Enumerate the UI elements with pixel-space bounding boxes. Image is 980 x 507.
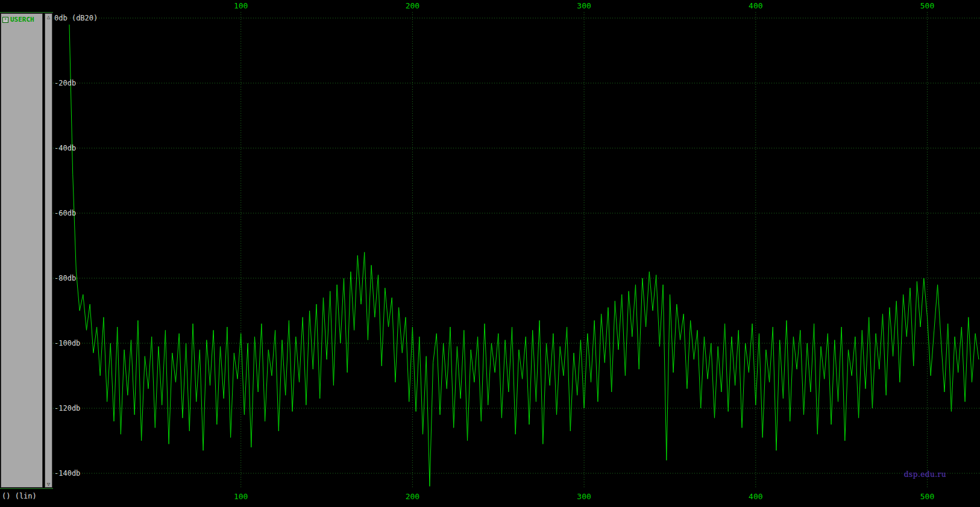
y-axis-label: -60db xyxy=(54,209,76,217)
bottom-frequency-ruler: () (lin) 100200300400500 xyxy=(0,489,980,507)
y-axis-label: -20db xyxy=(54,79,76,87)
spectrum-trace xyxy=(69,25,979,487)
spectrum-viewer-window: 100200300400500 + USERCH △ ▽ 0db (dB20)-… xyxy=(0,0,980,507)
y-axis-label: -80db xyxy=(54,274,76,282)
x-tick-label-400: 400 xyxy=(749,1,762,10)
spectrum-plot-svg xyxy=(53,12,980,489)
y-axis-unit-label: (dB20) xyxy=(68,14,98,22)
signal-list-item[interactable]: + USERCH xyxy=(1,14,42,25)
scroll-down-icon[interactable]: ▽ xyxy=(47,481,50,487)
x-tick-label-400: 400 xyxy=(749,492,762,501)
x-tick-label-200: 200 xyxy=(406,1,419,10)
signal-list-panel: + USERCH xyxy=(1,13,43,488)
x-tick-label-100: 100 xyxy=(234,492,248,501)
x-tick-label-500: 500 xyxy=(920,1,934,10)
x-tick-label-100: 100 xyxy=(234,1,248,10)
signal-name-label[interactable]: USERCH xyxy=(10,16,34,23)
x-tick-label-200: 200 xyxy=(406,492,419,501)
scroll-up-icon[interactable]: △ xyxy=(47,14,50,20)
spectrum-plot-canvas[interactable] xyxy=(53,12,980,489)
signal-checkbox-icon[interactable]: + xyxy=(2,17,8,23)
y-axis-label: -100db xyxy=(54,339,80,347)
x-tick-label-300: 300 xyxy=(577,492,591,501)
x-tick-label-500: 500 xyxy=(920,492,934,501)
y-axis-label: -120db xyxy=(54,404,80,412)
y-axis-label: -140db xyxy=(54,469,80,477)
watermark-text: dsp.edu.ru xyxy=(904,470,946,479)
top-frequency-ruler: 100200300400500 xyxy=(0,0,980,12)
x-axis-mode-label: () (lin) xyxy=(2,492,37,500)
y-axis-label: -40db xyxy=(54,144,76,152)
vertical-scrollbar[interactable]: △ ▽ xyxy=(45,13,52,488)
x-tick-label-300: 300 xyxy=(577,1,591,10)
y-axis-label: 0db (dB20) xyxy=(54,14,98,22)
